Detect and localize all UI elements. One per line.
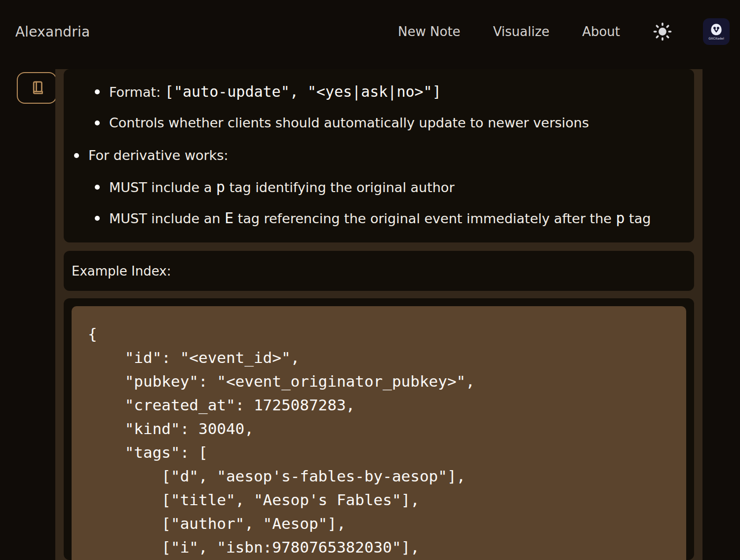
book-icon xyxy=(28,79,46,97)
brand-logo[interactable]: Alexandria xyxy=(15,24,90,40)
inline-code: p xyxy=(216,178,225,196)
gitcitadel-owl-icon xyxy=(709,23,724,36)
gitcitadel-logo-label: GitCitadel xyxy=(708,37,724,40)
top-nav: Alexandria New Note Visualize About xyxy=(0,0,740,63)
list-item-text: For derivative works: xyxy=(88,148,228,163)
json-code-block: { "id": "<event_id>", "pubkey": "<event_… xyxy=(72,306,686,560)
example-heading: Example Index: xyxy=(72,264,171,279)
list-item: Format: ["auto-update", "<yes|ask|no>"] xyxy=(92,82,684,102)
nav-item-new-note[interactable]: New Note xyxy=(398,24,461,39)
nav-item-visualize[interactable]: Visualize xyxy=(493,24,550,39)
inline-code: E xyxy=(225,209,234,227)
list-item-text: tag referencing the original event immed… xyxy=(234,211,616,226)
list-item-text: MUST include an xyxy=(109,211,225,226)
sun-icon xyxy=(653,22,672,41)
sidebar-toggle-button[interactable] xyxy=(17,72,57,104)
inline-code: p xyxy=(616,209,624,227)
theme-toggle-button[interactable] xyxy=(653,22,672,41)
doc-text-card: Format: ["auto-update", "<yes|ask|no>"]C… xyxy=(64,69,694,242)
list-item-text: tag identifying the original author xyxy=(225,180,455,195)
nav-item-about[interactable]: About xyxy=(582,24,620,39)
list-item: Controls whether clients should automati… xyxy=(92,113,684,133)
nav-links: New Note Visualize About xyxy=(398,24,620,39)
example-code-card: { "id": "<event_id>", "pubkey": "<event_… xyxy=(64,298,694,560)
doc-bullet-list: Format: ["auto-update", "<yes|ask|no>"]C… xyxy=(72,82,684,229)
list-item-text: tag xyxy=(625,211,651,226)
list-item: For derivative works: xyxy=(72,146,684,165)
document-panel: Format: ["auto-update", "<yes|ask|no>"]C… xyxy=(55,69,702,560)
gitcitadel-logo[interactable]: GitCitadel xyxy=(703,18,730,45)
example-heading-card: Example Index: xyxy=(64,251,694,291)
list-item: MUST include an E tag referencing the or… xyxy=(92,208,684,229)
list-item-text: MUST include a xyxy=(109,180,216,195)
list-item-text: Controls whether clients should automati… xyxy=(109,115,589,130)
list-item: MUST include a p tag identifying the ori… xyxy=(92,177,684,198)
list-item-text: Format: xyxy=(109,84,165,100)
inline-code: ["auto-update", "<yes|ask|no>"] xyxy=(165,83,441,100)
